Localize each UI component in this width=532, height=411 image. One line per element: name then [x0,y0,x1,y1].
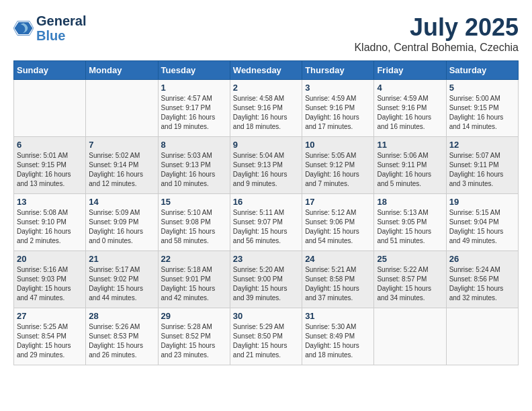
cell-info: Sunrise: 5:13 AMSunset: 9:05 PMDaylight:… [377,208,443,246]
cell-info: Sunrise: 5:15 AMSunset: 9:04 PMDaylight:… [449,208,515,246]
calendar-week-row: 27Sunrise: 5:25 AMSunset: 8:54 PMDayligh… [14,308,519,365]
logo-text-line2: Blue [36,28,86,43]
calendar-cell: 5Sunrise: 5:00 AMSunset: 9:15 PMDaylight… [446,80,518,137]
day-number: 14 [89,197,154,207]
calendar-cell: 9Sunrise: 5:04 AMSunset: 9:13 PMDaylight… [230,137,302,194]
cell-info: Sunrise: 5:05 AMSunset: 9:12 PMDaylight:… [305,151,371,189]
logo-text-line1: General [36,13,86,28]
calendar-cell: 1Sunrise: 4:57 AMSunset: 9:17 PMDaylight… [158,80,230,137]
calendar-cell [446,308,518,365]
cell-info: Sunrise: 5:07 AMSunset: 9:11 PMDaylight:… [449,151,515,189]
cell-info: Sunrise: 5:29 AMSunset: 8:50 PMDaylight:… [233,322,299,360]
calendar-cell: 26Sunrise: 5:24 AMSunset: 8:56 PMDayligh… [446,251,518,308]
calendar-week-row: 6Sunrise: 5:01 AMSunset: 9:15 PMDaylight… [14,137,519,194]
cell-info: Sunrise: 5:24 AMSunset: 8:56 PMDaylight:… [449,265,515,303]
cell-info: Sunrise: 4:58 AMSunset: 9:16 PMDaylight:… [233,94,299,132]
calendar-cell: 31Sunrise: 5:30 AMSunset: 8:49 PMDayligh… [302,308,374,365]
day-number: 29 [161,311,227,321]
day-number: 3 [305,83,371,93]
calendar-cell: 3Sunrise: 4:59 AMSunset: 9:16 PMDaylight… [302,80,374,137]
calendar-cell: 20Sunrise: 5:16 AMSunset: 9:03 PMDayligh… [14,251,86,308]
day-number: 7 [89,140,154,150]
day-number: 6 [17,140,83,150]
day-number: 12 [449,140,515,150]
day-of-week-header: Monday [86,61,158,80]
day-of-week-header: Saturday [446,61,518,80]
title-block: July 2025 Kladno, Central Bohemia, Czech… [354,13,519,54]
day-number: 19 [449,197,515,207]
day-number: 13 [17,197,83,207]
day-of-week-header: Tuesday [158,61,230,80]
day-of-week-header: Wednesday [230,61,302,80]
day-number: 28 [89,311,154,321]
cell-info: Sunrise: 5:28 AMSunset: 8:52 PMDaylight:… [161,322,227,360]
cell-info: Sunrise: 5:16 AMSunset: 9:03 PMDaylight:… [17,265,83,303]
calendar-body: 1Sunrise: 4:57 AMSunset: 9:17 PMDaylight… [14,80,519,365]
day-number: 8 [161,140,227,150]
cell-info: Sunrise: 5:03 AMSunset: 9:13 PMDaylight:… [161,151,227,189]
calendar-cell: 25Sunrise: 5:22 AMSunset: 8:57 PMDayligh… [374,251,446,308]
cell-info: Sunrise: 5:06 AMSunset: 9:11 PMDaylight:… [377,151,443,189]
calendar-cell [86,80,158,137]
calendar-week-row: 13Sunrise: 5:08 AMSunset: 9:10 PMDayligh… [14,194,519,251]
month-year: July 2025 [354,13,519,42]
page-header: General Blue July 2025 Kladno, Central B… [13,13,519,54]
cell-info: Sunrise: 5:08 AMSunset: 9:10 PMDaylight:… [17,208,83,246]
cell-info: Sunrise: 5:11 AMSunset: 9:07 PMDaylight:… [233,208,299,246]
cell-info: Sunrise: 5:18 AMSunset: 9:01 PMDaylight:… [161,265,227,303]
day-of-week-header: Thursday [302,61,374,80]
cell-info: Sunrise: 5:09 AMSunset: 9:09 PMDaylight:… [89,208,154,246]
calendar-cell: 10Sunrise: 5:05 AMSunset: 9:12 PMDayligh… [302,137,374,194]
day-number: 9 [233,140,299,150]
day-number: 25 [377,254,443,264]
day-number: 31 [305,311,371,321]
day-number: 23 [233,254,299,264]
day-number: 22 [161,254,227,264]
day-number: 27 [17,311,83,321]
day-number: 30 [233,311,299,321]
cell-info: Sunrise: 5:02 AMSunset: 9:14 PMDaylight:… [89,151,154,189]
calendar-cell: 17Sunrise: 5:12 AMSunset: 9:06 PMDayligh… [302,194,374,251]
calendar-cell: 21Sunrise: 5:17 AMSunset: 9:02 PMDayligh… [86,251,158,308]
cell-info: Sunrise: 5:22 AMSunset: 8:57 PMDaylight:… [377,265,443,303]
calendar-cell: 23Sunrise: 5:20 AMSunset: 9:00 PMDayligh… [230,251,302,308]
day-number: 4 [377,83,443,93]
calendar-cell: 11Sunrise: 5:06 AMSunset: 9:11 PMDayligh… [374,137,446,194]
cell-info: Sunrise: 5:30 AMSunset: 8:49 PMDaylight:… [305,322,371,360]
calendar-cell: 24Sunrise: 5:21 AMSunset: 8:58 PMDayligh… [302,251,374,308]
day-number: 2 [233,83,299,93]
day-number: 20 [17,254,83,264]
calendar-week-row: 20Sunrise: 5:16 AMSunset: 9:03 PMDayligh… [14,251,519,308]
calendar-cell: 4Sunrise: 4:59 AMSunset: 9:16 PMDaylight… [374,80,446,137]
cell-info: Sunrise: 5:10 AMSunset: 9:08 PMDaylight:… [161,208,227,246]
day-number: 26 [449,254,515,264]
day-number: 10 [305,140,371,150]
calendar-cell: 6Sunrise: 5:01 AMSunset: 9:15 PMDaylight… [14,137,86,194]
calendar-cell: 27Sunrise: 5:25 AMSunset: 8:54 PMDayligh… [14,308,86,365]
day-number: 16 [233,197,299,207]
cell-info: Sunrise: 4:59 AMSunset: 9:16 PMDaylight:… [377,94,443,132]
cell-info: Sunrise: 5:25 AMSunset: 8:54 PMDaylight:… [17,322,83,360]
calendar-cell [374,308,446,365]
calendar-week-row: 1Sunrise: 4:57 AMSunset: 9:17 PMDaylight… [14,80,519,137]
calendar-cell: 13Sunrise: 5:08 AMSunset: 9:10 PMDayligh… [14,194,86,251]
day-of-week-header: Friday [374,61,446,80]
calendar-cell: 29Sunrise: 5:28 AMSunset: 8:52 PMDayligh… [158,308,230,365]
day-number: 24 [305,254,371,264]
calendar-cell: 28Sunrise: 5:26 AMSunset: 8:53 PMDayligh… [86,308,158,365]
calendar-header-row: SundayMondayTuesdayWednesdayThursdayFrid… [14,61,519,80]
day-number: 18 [377,197,443,207]
cell-info: Sunrise: 5:00 AMSunset: 9:15 PMDaylight:… [449,94,515,132]
location: Kladno, Central Bohemia, Czechia [354,42,519,54]
calendar-cell: 2Sunrise: 4:58 AMSunset: 9:16 PMDaylight… [230,80,302,137]
cell-info: Sunrise: 5:04 AMSunset: 9:13 PMDaylight:… [233,151,299,189]
cell-info: Sunrise: 5:20 AMSunset: 9:00 PMDaylight:… [233,265,299,303]
day-number: 15 [161,197,227,207]
calendar-cell: 16Sunrise: 5:11 AMSunset: 9:07 PMDayligh… [230,194,302,251]
cell-info: Sunrise: 5:01 AMSunset: 9:15 PMDaylight:… [17,151,83,189]
calendar-table: SundayMondayTuesdayWednesdayThursdayFrid… [13,60,519,365]
day-number: 5 [449,83,515,93]
day-number: 17 [305,197,371,207]
calendar-cell: 12Sunrise: 5:07 AMSunset: 9:11 PMDayligh… [446,137,518,194]
calendar-cell: 19Sunrise: 5:15 AMSunset: 9:04 PMDayligh… [446,194,518,251]
